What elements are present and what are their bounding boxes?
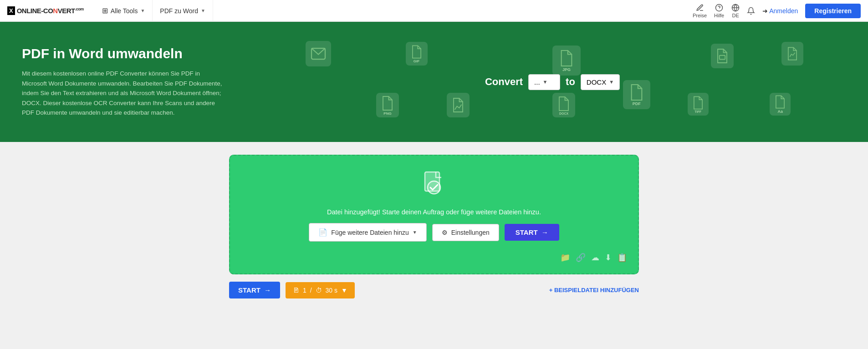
to-label: to [566, 76, 575, 88]
chevron-down-icon: ▼ [413, 230, 417, 235]
svg-rect-3 [311, 48, 325, 59]
email-icon [306, 41, 331, 66]
docx-icon: DOCX [552, 93, 575, 117]
file-time: 30 s [326, 287, 337, 294]
nav-prices[interactable]: Preise [693, 4, 707, 18]
file-info-button[interactable]: 🖹 1 / ⏱ 30 s ▼ [286, 282, 355, 298]
add-files-label: Füge weitere Dateien hinzu [331, 229, 408, 236]
nav-pdf-to-word[interactable]: PDF zu Word ▼ [153, 0, 213, 22]
chevron-down-icon: ▼ [543, 79, 548, 85]
signin-label: Anmelden [769, 7, 798, 15]
gear-icon: ⚙ [442, 229, 448, 236]
start-label: START [238, 286, 260, 294]
chevron-down-icon: ▼ [140, 8, 145, 13]
aa-icon: Aa [770, 93, 791, 116]
nav-right: Preise Hilfe DE ➜ Anmelden Registrieren [693, 4, 861, 18]
file-count: 1 [303, 287, 306, 294]
upload-box-icon-bar: 📁 🔗 ☁ ⬇ 📋 [241, 249, 627, 263]
chevron-down-icon: ▼ [341, 287, 347, 294]
trend-icon [447, 93, 470, 117]
add-example-button[interactable]: + BEISPIELDATEI HINZUFÜGEN [549, 287, 639, 293]
png-icon: PNG [376, 93, 399, 117]
upload-status: Datei hinzugefügt! Starte deinen Auftrag… [327, 208, 541, 216]
from-format-select[interactable]: ... ▼ [528, 74, 560, 90]
folder-icon[interactable]: 📁 [560, 253, 570, 263]
cloud-icon[interactable]: ☁ [591, 253, 599, 263]
help-label: Hilfe [714, 13, 724, 18]
tiff-icon: TIFF [688, 93, 709, 116]
nav-menu: ⊞ Alle Tools ▼ PDF zu Word ▼ [95, 0, 213, 22]
bell-icon [747, 7, 755, 15]
logo[interactable]: X ONLINE-CONVERT.com [7, 6, 84, 15]
chevron-down-icon: ▼ [609, 79, 614, 85]
nav-all-tools[interactable]: ⊞ Alle Tools ▼ [95, 0, 153, 22]
pencil-icon [696, 4, 704, 12]
register-button[interactable]: Registrieren [805, 4, 861, 18]
bottom-left: START → 🖹 1 / ⏱ 30 s ▼ [229, 282, 355, 298]
settings-label: Einstellungen [451, 229, 490, 236]
gif-icon: GIF [406, 42, 428, 66]
start-label: START [516, 228, 538, 236]
from-format-value: ... [534, 78, 540, 86]
start-button-main[interactable]: START → [505, 224, 559, 241]
bottom-bar: START → 🖹 1 / ⏱ 30 s ▼ + BEISPIELDATEI H… [229, 274, 639, 298]
file-icon: 🖹 [293, 287, 299, 294]
example-label: + BEISPIELDATEI HINZUFÜGEN [549, 287, 639, 293]
link-icon[interactable]: 🔗 [576, 253, 586, 263]
hero-banner: PDF in Word umwandeln Mit diesem kostenl… [0, 22, 868, 142]
arrow-right-icon: → [264, 286, 271, 294]
prices-label: Preise [693, 13, 707, 18]
settings-button[interactable]: ⚙ Einstellungen [432, 224, 499, 241]
to-format-value: DOCX [587, 78, 606, 86]
nav-help[interactable]: Hilfe [714, 4, 724, 18]
clock-icon: ⏱ [316, 287, 322, 294]
lang-label: DE [732, 13, 739, 18]
nav-notifications[interactable] [747, 7, 755, 15]
svg-rect-4 [720, 56, 725, 60]
logo-text: ONLINE-CONVERT.com [17, 7, 84, 15]
main-content: Datei hinzugefügt! Starte deinen Auftrag… [0, 142, 868, 311]
hero-right: GIF JPG [259, 36, 846, 127]
file-plus-icon: 📄 [318, 228, 327, 237]
start-button-bottom[interactable]: START → [229, 282, 280, 298]
globe-icon [731, 4, 740, 12]
chart-icon [781, 42, 803, 66]
add-files-button[interactable]: 📄 Füge weitere Dateien hinzu ▼ [309, 223, 426, 242]
hero-title: PDF in Word umwandeln [22, 46, 259, 61]
convert-label: Convert [485, 76, 523, 88]
pdf-icon: PDF [623, 80, 650, 109]
nav-language[interactable]: DE [731, 4, 740, 18]
image-icon [711, 44, 734, 68]
file-check-icon [419, 170, 449, 201]
upload-actions: 📄 Füge weitere Dateien hinzu ▼ ⚙ Einstel… [309, 223, 559, 242]
nav-pdf-to-word-label: PDF zu Word [160, 7, 198, 15]
arrow-right-icon: → [541, 228, 548, 236]
hero-description: Mit diesem kostenlosen online PDF Conver… [22, 69, 222, 118]
nav-all-tools-label: Alle Tools [111, 7, 138, 15]
to-format-select[interactable]: DOCX ▼ [581, 74, 620, 90]
navbar: X ONLINE-CONVERT.com ⊞ Alle Tools ▼ PDF … [0, 0, 868, 22]
nav-signin[interactable]: ➜ Anmelden [762, 7, 798, 15]
jpg-icon: JPG [552, 46, 581, 76]
help-icon [715, 4, 723, 12]
download-icon[interactable]: ⬇ [605, 253, 612, 263]
convert-row: Convert ... ▼ to DOCX ▼ [485, 74, 620, 90]
chevron-down-icon: ▼ [201, 8, 205, 13]
upload-box: Datei hinzugefügt! Starte deinen Auftrag… [229, 155, 639, 274]
logo-box: X [7, 6, 15, 15]
hero-left: PDF in Word umwandeln Mit diesem kostenl… [22, 46, 259, 118]
copy-icon[interactable]: 📋 [617, 253, 627, 263]
